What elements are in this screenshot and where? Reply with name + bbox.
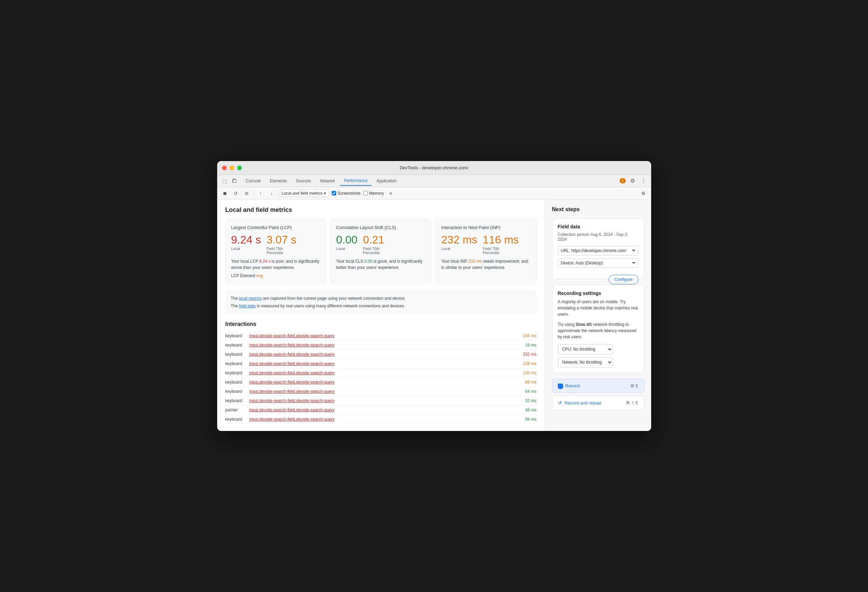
recording-desc2: Try using Slow 4G network throttling to … xyxy=(558,321,638,340)
lcp-local-group: 9.24 s Local xyxy=(231,234,261,255)
reload-button[interactable]: ↺ xyxy=(232,189,240,197)
right-panel: Next steps Field data Collection period:… xyxy=(545,200,651,431)
lcp-description: Your local LCP 9.24 s is poor, and is si… xyxy=(231,258,320,271)
lcp-field-value: 3.07 s xyxy=(267,234,297,245)
close-button[interactable] xyxy=(222,166,227,170)
recording-desc1: A majority of users are on mobile. Try e… xyxy=(558,299,638,317)
cls-values: 0.00 Local 0.21 Field 75thPercentile xyxy=(336,234,425,255)
divider xyxy=(254,190,254,197)
clear-button[interactable]: ⊘ xyxy=(242,189,251,197)
main-content: Local and field metrics Largest Contentf… xyxy=(217,200,651,431)
cls-field-group: 0.21 Field 75thPercentile xyxy=(363,234,384,255)
lcp-local-label: Local xyxy=(231,247,261,251)
inp-field-label: Field 75thPercentile xyxy=(483,247,519,255)
field-data-link[interactable]: field data xyxy=(239,303,256,308)
network-throttling-select[interactable]: Network: No throttling xyxy=(558,357,613,367)
record-reload-button-panel[interactable]: ↺ Record and reload ⌘ ⇧ E xyxy=(552,395,644,410)
more-options-icon[interactable]: ⋮ xyxy=(639,177,648,185)
inp-local-value: 232 ms xyxy=(441,234,477,245)
reload-circle-icon: ↺ xyxy=(558,400,562,406)
inp-local-label: Local xyxy=(441,247,477,251)
tabs-right-icons: 1 ⚙ ⋮ xyxy=(620,177,648,185)
table-row: keyboard input.devsite-search-field.devs… xyxy=(226,340,537,350)
record-button-panel[interactable]: Record ⌘ E xyxy=(552,379,644,393)
devtools-window: DevTools - developer.chrome.com/ ⬚ ⧠ Con… xyxy=(217,161,651,431)
upload-button[interactable]: ↑ xyxy=(257,189,265,197)
titlebar: DevTools - developer.chrome.com/ xyxy=(217,161,651,175)
interactions-list: keyboard input.devsite-search-field.devs… xyxy=(226,332,537,424)
settings-icon[interactable]: ⚙ xyxy=(629,177,637,185)
section-title: Local and field metrics xyxy=(226,206,537,213)
url-dropdown[interactable]: URL: https://developer.chrome.com/ xyxy=(558,246,638,256)
download-button[interactable]: ↓ xyxy=(267,189,276,197)
device-icon[interactable]: ⧠ xyxy=(230,177,238,185)
screenshots-checkbox-group: Screenshots xyxy=(332,191,360,196)
memory-checkbox[interactable] xyxy=(363,191,368,195)
local-metrics-link[interactable]: local metrics xyxy=(239,296,262,301)
cls-desc-value: 0.00 xyxy=(365,259,372,264)
maximize-button[interactable] xyxy=(237,166,242,170)
left-panel: Local and field metrics Largest Contentf… xyxy=(217,200,545,431)
tabs-bar: ⬚ ⧠ Console Elements Sources Network Per… xyxy=(217,175,651,187)
lcp-title: Largest Contentful Paint (LCP) xyxy=(231,225,320,230)
cls-local-label: Local xyxy=(336,247,357,251)
network-conditions-icon[interactable]: ≡ xyxy=(387,189,395,197)
lcp-values: 9.24 s Local 3.07 s Field 75thPercentile xyxy=(231,234,320,255)
field-data-section: Field data Collection period: Aug 6, 202… xyxy=(552,218,644,279)
table-row: pointer input.devsite-search-field.devsi… xyxy=(226,406,537,415)
cls-local-group: 0.00 Local xyxy=(336,234,357,255)
recording-settings-title: Recording settings xyxy=(558,290,638,296)
info-line1: The local metrics are captured from the … xyxy=(231,295,531,302)
screenshots-checkbox[interactable] xyxy=(332,191,336,195)
tab-performance[interactable]: Performance xyxy=(340,176,372,186)
inp-title: Interaction to Next Paint (INP) xyxy=(441,225,530,230)
info-text: The local metrics are captured from the … xyxy=(226,291,537,314)
recording-settings-section: Recording settings A majority of users a… xyxy=(552,285,644,373)
screenshots-label: Screenshots xyxy=(338,191,360,196)
cpu-throttling-select[interactable]: CPU: No throttling xyxy=(558,344,613,354)
cls-local-value: 0.00 xyxy=(336,234,357,245)
inp-values: 232 ms Local 116 ms Field 75thPercentile xyxy=(441,234,530,255)
lcp-local-value: 9.24 s xyxy=(231,234,261,245)
inp-field-group: 116 ms Field 75thPercentile xyxy=(483,234,519,255)
cls-card: Cumulative Layout Shift (CLS) 0.00 Local… xyxy=(331,219,431,284)
lcp-field-label: Field 75thPercentile xyxy=(267,247,297,255)
record-reload-left: ↺ Record and reload xyxy=(558,400,601,406)
lcp-field-group: 3.07 s Field 75thPercentile xyxy=(267,234,297,255)
table-row: keyboard input.devsite-search-field.devs… xyxy=(226,378,537,387)
next-steps-title: Next steps xyxy=(552,206,644,213)
table-row: keyboard input.devsite-search-field.devs… xyxy=(226,387,537,396)
tab-application[interactable]: Application xyxy=(372,176,401,185)
view-dropdown[interactable]: Local and field metrics ▾ xyxy=(279,189,329,197)
inp-field-value: 116 ms xyxy=(483,234,519,245)
cls-field-label: Field 75thPercentile xyxy=(363,247,384,255)
cls-title: Cumulative Layout Shift (CLS) xyxy=(336,225,425,230)
table-row: keyboard input.devsite-search-field.devs… xyxy=(226,369,537,378)
cls-field-value: 0.21 xyxy=(363,234,384,245)
lcp-card: Largest Contentful Paint (LCP) 9.24 s Lo… xyxy=(226,219,326,284)
inp-card: Interaction to Next Paint (INP) 232 ms L… xyxy=(435,219,536,284)
tab-console[interactable]: Console xyxy=(242,176,265,185)
slow4g-text: Slow 4G xyxy=(576,322,592,327)
tab-sources[interactable]: Sources xyxy=(292,176,315,185)
record-button[interactable]: ⏺ xyxy=(221,189,229,197)
info-line2: The field data is measured by real users… xyxy=(231,302,531,310)
traffic-lights xyxy=(222,166,242,170)
inp-description: Your local INP 232 ms needs improvement,… xyxy=(441,258,530,271)
tab-network[interactable]: Network xyxy=(316,176,339,185)
inp-desc-value: 232 ms xyxy=(468,259,482,264)
tab-elements[interactable]: Elements xyxy=(266,176,291,185)
configure-button[interactable]: Configure xyxy=(609,275,638,284)
memory-checkbox-group: Memory xyxy=(363,191,384,196)
field-data-period: Collection period: Aug 6, 2024 - Sep 2, … xyxy=(558,232,638,242)
svg-point-1 xyxy=(559,385,562,388)
table-row: keyboard input.devsite-search-field.devs… xyxy=(226,350,537,359)
lcp-element: LCP Element img xyxy=(231,273,320,278)
table-row: keyboard input.devsite-search-field.devs… xyxy=(226,332,537,340)
cls-description: Your local CLS 0.00 is good, and is sign… xyxy=(336,258,425,271)
notification-badge: 1 xyxy=(620,178,626,184)
cursor-icon[interactable]: ⬚ xyxy=(221,177,229,185)
device-dropdown[interactable]: Device: Auto (Desktop) xyxy=(558,258,638,268)
minimize-button[interactable] xyxy=(230,166,234,170)
toolbar-settings-icon[interactable]: ⚙ xyxy=(639,189,648,197)
